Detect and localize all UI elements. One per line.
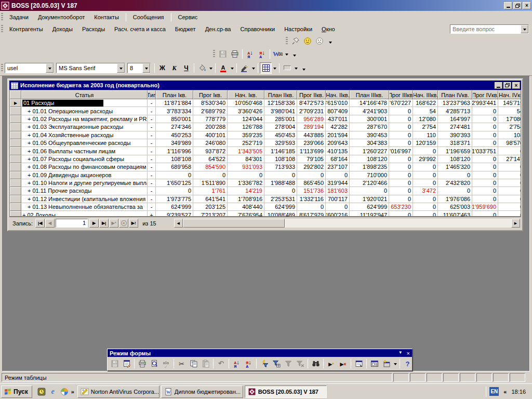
value-cell[interactable]: 285'001 [264,115,297,123]
row-selector[interactable] [10,163,21,171]
chevron-down-icon[interactable] [521,25,528,33]
type-cell[interactable]: - [148,187,156,195]
type-cell[interactable]: - [148,115,156,123]
chevron-down-icon[interactable] [208,62,214,74]
value-cell[interactable]: 854'590 [193,163,228,171]
value-cell[interactable]: 349'989 [156,139,193,147]
row-selector[interactable] [10,107,21,115]
value-cell[interactable]: 0 [472,187,498,195]
cut-button[interactable]: ✂ [176,358,188,369]
scroll-right-button[interactable]: ▶ [511,219,520,228]
menu-item[interactable]: Бюджет [170,24,201,34]
value-cell[interactable]: 0 [472,107,498,115]
type-cell[interactable]: - [148,139,156,147]
column-header[interactable]: Нач. Iкв. [228,90,264,99]
value-cell[interactable]: 0 [472,211,498,217]
last-record-button[interactable]: ▶| [99,219,109,228]
menu-item[interactable]: Доходы [48,24,77,34]
value-cell[interactable]: 1'332'116 [297,195,326,203]
value-cell[interactable]: 304'383 [350,139,389,147]
toolbar-grip[interactable] [1,25,3,33]
value-cell[interactable]: 289'194 [297,123,326,131]
doc-close-button[interactable]: × [512,82,520,89]
article-cell[interactable]: 01 Расходы [21,99,148,107]
value-cell[interactable]: 203'125 [193,203,228,211]
question-combobox[interactable] [450,24,529,34]
value-cell[interactable]: 0 [472,179,498,187]
sort-descending-button[interactable]: ЯА↓ [256,48,268,60]
value-cell[interactable]: 2'432'820 [438,179,472,187]
value-cell[interactable]: 1'146'185 [264,147,297,155]
value-cell[interactable]: 0 [193,171,228,179]
save-button[interactable] [217,48,229,60]
value-cell[interactable]: 931'093 [228,163,264,171]
font-color-button[interactable]: А [217,62,229,74]
tray-collapse-chevron[interactable]: « [502,389,508,395]
menu-item[interactable]: Документооборот [33,12,89,22]
undo-button[interactable]: ↶ [215,358,227,369]
value-cell[interactable]: 54 [498,107,521,115]
value-cell[interactable]: 0 [498,195,521,203]
properties-button[interactable] [353,358,365,369]
type-cell[interactable]: - [148,163,156,171]
value-cell[interactable]: 2'689'792 [193,107,228,115]
value-cell[interactable]: 0 [413,211,438,217]
style-combobox[interactable]: usel [5,63,54,73]
value-cell[interactable]: 200'288 [193,123,228,131]
value-cell[interactable]: 108'108 [156,155,193,163]
value-cell[interactable]: 1'511'890 [193,179,228,187]
value-cell[interactable]: 2'120'466 [350,179,389,187]
row-selector[interactable] [10,187,21,195]
value-cell[interactable]: 0 [472,195,498,203]
value-cell[interactable]: 0 [350,187,389,195]
taskbar-task-button[interactable]: Norton AntiVirus Corpora... [77,385,159,398]
fill-color-button[interactable] [196,62,208,74]
value-cell[interactable]: 937'872 [193,147,228,155]
value-cell[interactable]: 1'650'125 [156,179,193,187]
value-cell[interactable]: 1'898'235 [350,163,389,171]
value-cell[interactable]: 8'617'979 [297,211,326,217]
value-cell[interactable]: '670'227 [389,99,413,107]
toolbar-grip[interactable] [213,50,215,58]
value-cell[interactable]: 10'088'489 [264,211,297,217]
value-cell[interactable]: 0 [264,171,297,179]
value-cell[interactable]: 0 [389,139,413,147]
value-cell[interactable]: 145'719 [498,99,521,107]
filter-by-form-button[interactable] [270,358,282,369]
value-cell[interactable]: 9'239'527 [156,211,193,217]
article-cell[interactable]: + 01.06 Выплаты частным лицам [21,147,148,155]
toolbar-grip[interactable] [1,13,3,21]
value-cell[interactable]: 274'481 [438,123,472,131]
internet-explorer-icon[interactable]: e [48,387,58,397]
article-cell[interactable]: + 01.05 Общеуправленческие расходы [21,139,148,147]
database-window-button[interactable] [368,358,380,369]
row-selector[interactable] [10,203,21,211]
value-cell[interactable]: 625'003 [438,203,472,211]
value-cell[interactable]: 778'779 [193,115,228,123]
value-cell[interactable]: 0 [156,171,193,179]
value-cell[interactable]: 0 [498,163,521,171]
close-button[interactable]: × [523,2,531,9]
new-record-button[interactable]: ▶* [325,358,337,369]
sort-descending-button[interactable]: ЯА↓ [243,358,255,369]
next-record-button[interactable]: ▶ [89,219,99,228]
value-cell[interactable]: 850'001 [156,115,193,123]
value-cell[interactable]: 0 [498,147,521,155]
value-cell[interactable]: 624'999 [264,203,297,211]
value-cell[interactable]: 4'241'903 [350,107,389,115]
value-cell[interactable]: 3'472 [413,187,438,195]
value-cell[interactable]: 0 [389,195,413,203]
taskbar-task-button[interactable]: WДиплом бюджетирован... [161,385,243,398]
value-cell[interactable]: 237'107 [326,163,350,171]
value-cell[interactable]: 11'871'884 [156,99,193,107]
type-cell[interactable]: + [148,211,156,217]
sort-ascending-button[interactable]: АЯ↓ [244,48,256,60]
value-cell[interactable]: 287'670 [350,123,389,131]
type-cell[interactable]: - [148,131,156,139]
value-cell[interactable]: 3'600'216 [326,211,350,217]
print-preview-button[interactable] [148,358,160,369]
toolbar-options-icon[interactable] [291,48,298,60]
print-button[interactable] [229,48,241,60]
gridlines-button[interactable] [260,62,272,74]
value-cell[interactable]: 0 [326,171,350,179]
